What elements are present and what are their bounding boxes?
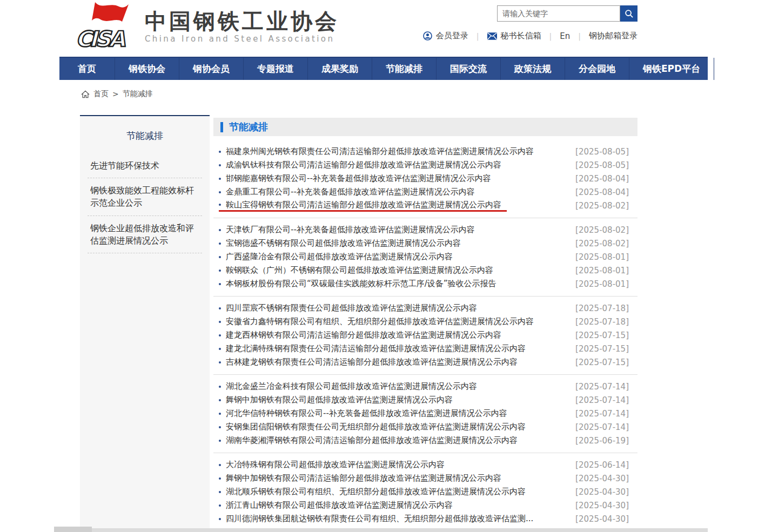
article-date: [2025-08-04] <box>575 174 629 184</box>
breadcrumb-home[interactable]: 首页 <box>93 89 109 99</box>
nav-item-0[interactable]: 首页 <box>59 58 115 80</box>
article-link-highlighted[interactable]: 鞍山宝得钢铁有限公司清洁运输部分超低排放改造评估监测进展情况公示内容 <box>219 200 507 212</box>
article-link[interactable]: 成渝钒钛科技有限公司清洁运输部分超低排放改造评估监测进展情况公示内容 <box>219 160 501 170</box>
header-links: 会员登录|秘书长信箱|En|钢协邮箱登录 <box>423 31 638 41</box>
article-row: 本钢板材股份有限公司“双碳最佳实践能效标杆示范工序/设备”验收公示报告 [202… <box>219 277 629 291</box>
article-row: 福建泉州闽光钢铁有限责任公司清洁运输部分超低排放改造评估监测进展情况公示内容 [… <box>219 145 629 158</box>
article-row: 湖北顺乐钢铁有限公司有组织、无组织部分超低排放改造评估监测进展情况公示内容 [2… <box>219 485 629 499</box>
bullet-icon <box>219 229 221 231</box>
article-date: [2025-08-01] <box>575 266 629 275</box>
article-group-2: 四川罡宸不锈钢有限责任公司超低排放改造评估监测进展情况公示内容 [2025-07… <box>213 296 638 374</box>
nav-item-4[interactable]: 成果奖励 <box>308 58 372 80</box>
article-date: [2025-04-30] <box>575 474 629 483</box>
article-title: 广西盛隆冶金有限公司超低排放改造评估监测进展情况公示内容 <box>226 252 453 262</box>
article-link[interactable]: 湖南华菱湘潭钢铁有限公司清洁运输部分超低排放改造评估监测进展情况公示内容 <box>219 435 518 446</box>
article-row: 建龙北满特殊钢有限责任公司清洁运输部分超低排放改造评估监测进展情况公示内容 [2… <box>219 342 629 355</box>
header-link-0[interactable]: 会员登录 <box>423 31 468 41</box>
article-link[interactable]: 舞钢中加钢铁有限公司超低排放改造评估监测进展情况公示内容 <box>219 395 453 405</box>
article-link[interactable]: 广西盛隆冶金有限公司超低排放改造评估监测进展情况公示内容 <box>219 252 453 262</box>
article-link[interactable]: 邯钢能嘉钢铁有限公司--补充装备超低排放改造评估监测进展情况公示内容 <box>219 173 491 184</box>
search-bar <box>497 5 638 22</box>
article-title: 舞钢中加钢铁有限公司清洁运输部分超低排放改造评估监测进展情况公示内容 <box>226 473 501 483</box>
article-link[interactable]: 四川德润钢铁集团航达钢铁有限责任公司有组织、无组织部分超低排放改造评估监测... <box>219 514 533 524</box>
bullet-icon <box>219 426 221 428</box>
article-date: [2025-07-14] <box>575 422 629 432</box>
article-row: 安徽省力鑫特钢有限公司有组织、无组织部分超低排放改造评估监测进展情况公示内容 [… <box>219 315 629 328</box>
article-link[interactable]: 本钢板材股份有限公司“双碳最佳实践能效标杆示范工序/设备”验收公示报告 <box>219 279 496 289</box>
header-link-3[interactable]: 钢协邮箱登录 <box>589 31 638 41</box>
article-row: 舞钢中加钢铁有限公司清洁运输部分超低排放改造评估监测进展情况公示内容 [2025… <box>219 472 629 485</box>
article-link[interactable]: 吉林建龙钢铁有限责任公司清洁运输部分超低排放改造评估监测进展情况公示内容 <box>219 357 518 367</box>
article-date: [2025-06-14] <box>575 460 629 470</box>
article-date: [2025-08-05] <box>575 147 629 157</box>
search-button[interactable] <box>620 5 638 22</box>
bullet-icon <box>219 307 221 309</box>
article-date: [2025-07-14] <box>575 382 629 392</box>
article-link[interactable]: 建龙西林钢铁有限公司清洁运输部分超低排放改造评估监测进展情况公示内容 <box>219 330 501 340</box>
nav-item-9[interactable]: 钢铁EPD平台 <box>629 58 714 80</box>
article-link[interactable]: 天津铁厂有限公司--补充装备超低排放改造评估监测进展情况公示内容 <box>219 225 475 235</box>
bullet-icon <box>219 270 221 272</box>
article-title: 建龙北满特殊钢有限责任公司清洁运输部分超低排放改造评估监测进展情况公示内容 <box>226 344 526 354</box>
header-link-2[interactable]: En <box>560 31 570 41</box>
article-date: [2025-07-15] <box>575 331 629 340</box>
sidebar-item-2[interactable]: 钢铁企业超低排放改造和评估监测进展情况公示 <box>88 216 202 253</box>
home-icon <box>81 90 90 98</box>
nav-item-7[interactable]: 政策法规 <box>501 58 565 80</box>
header-link-label: 秘书长信箱 <box>501 31 541 41</box>
article-row: 大冶特殊钢有限公司超低排放改造评估监测进展情况公示内容 [2025-06-14] <box>219 458 629 472</box>
sidebar-item-1[interactable]: 钢铁极致能效工程能效标杆示范企业公示 <box>88 178 202 216</box>
sidebar: 节能减排 先进节能环保技术钢铁极致能效工程能效标杆示范企业公示钢铁企业超低排放改… <box>80 115 210 532</box>
nav-item-10[interactable]: 低碳平台 <box>714 58 765 80</box>
article-link[interactable]: 宝钢德盛不锈钢有限公司超低排放改造评估监测进展情况公示内容 <box>219 238 461 248</box>
article-link[interactable]: 湖北金盛兰冶金科技有限公司超低排放改造评估监测进展情况公示内容 <box>219 381 477 392</box>
site-title-block: 中国钢铁工业协会 China Iron and Steel Associatio… <box>145 9 339 44</box>
article-list: 福建泉州闽光钢铁有限责任公司清洁运输部分超低排放改造评估监测进展情况公示内容 [… <box>213 136 638 531</box>
article-date: [2025-08-02] <box>575 239 629 248</box>
header-link-label: 钢协邮箱登录 <box>589 31 638 41</box>
article-title: 大冶特殊钢有限公司超低排放改造评估监测进展情况公示内容 <box>226 460 445 470</box>
header-link-1[interactable]: 秘书长信箱 <box>487 31 541 41</box>
article-title: 福建泉州闽光钢铁有限责任公司清洁运输部分超低排放改造评估监测进展情况公示内容 <box>226 146 534 157</box>
section-header: 节能减排 <box>213 118 638 136</box>
site-logo[interactable]: CISA 中国钢铁工业协会 China Iron and Steel Assoc… <box>75 1 339 51</box>
article-row: 湖南华菱湘潭钢铁有限公司清洁运输部分超低排放改造评估监测进展情况公示内容 [20… <box>219 434 629 447</box>
sidebar-item-0[interactable]: 先进节能环保技术 <box>88 153 202 178</box>
nav-item-3[interactable]: 专题报道 <box>244 58 308 80</box>
search-icon <box>625 9 634 18</box>
nav-item-6[interactable]: 国际交流 <box>437 58 501 80</box>
section-title: 节能减排 <box>229 120 268 133</box>
article-row: 成渝钒钛科技有限公司清洁运输部分超低排放改造评估监测进展情况公示内容 [2025… <box>219 158 629 172</box>
nav-item-5[interactable]: 节能减排 <box>372 58 437 80</box>
section-accent-bar <box>220 122 223 132</box>
article-link[interactable]: 安徽省力鑫特钢有限公司有组织、无组织部分超低排放改造评估监测进展情况公示内容 <box>219 316 534 327</box>
bullet-icon <box>219 464 221 466</box>
bullet-icon <box>219 348 221 350</box>
article-link[interactable]: 湖北顺乐钢铁有限公司有组织、无组织部分超低排放改造评估监测进展情况公示内容 <box>219 487 526 497</box>
search-input[interactable] <box>497 5 620 22</box>
bullet-icon <box>219 334 221 336</box>
footer-strip <box>92 528 708 532</box>
article-link[interactable]: 福建泉州闽光钢铁有限责任公司清洁运输部分超低排放改造评估监测进展情况公示内容 <box>219 146 534 157</box>
bullet-icon <box>219 413 221 415</box>
article-link[interactable]: 舞钢中加钢铁有限公司清洁运输部分超低排放改造评估监测进展情况公示内容 <box>219 473 501 483</box>
breadcrumb-separator: > <box>112 90 119 98</box>
article-link[interactable]: 金鼎重工有限公司--补充装备超低排放改造评估监测进展情况公示内容 <box>219 187 475 197</box>
article-title: 浙江青山钢铁有限公司超低排放改造评估监测进展情况公示内容 <box>226 500 453 510</box>
nav-item-8[interactable]: 分会园地 <box>565 58 629 80</box>
nav-item-2[interactable]: 钢协会员 <box>179 58 244 80</box>
article-link[interactable]: 鞍钢联众（广州）不锈钢有限公司超低排放改造评估监测进展情况公示内容 <box>219 265 493 275</box>
article-link[interactable]: 安钢集团信阳钢铁有限责任公司无组织部分超低排放改造评估监测进展情况公示内容 <box>219 422 526 432</box>
article-link[interactable]: 浙江青山钢铁有限公司超低排放改造评估监测进展情况公示内容 <box>219 500 453 510</box>
article-row: 宝钢德盛不锈钢有限公司超低排放改造评估监测进展情况公示内容 [2025-08-0… <box>219 237 629 250</box>
article-link[interactable]: 四川罡宸不锈钢有限责任公司超低排放改造评估监测进展情况公示内容 <box>219 303 477 313</box>
bullet-icon <box>219 151 221 153</box>
article-title: 四川罡宸不锈钢有限责任公司超低排放改造评估监测进展情况公示内容 <box>226 303 477 313</box>
bullet-icon <box>219 399 221 401</box>
article-title: 鞍山宝得钢铁有限公司清洁运输部分超低排放改造评估监测进展情况公示内容 <box>226 200 501 210</box>
article-link[interactable]: 建龙北满特殊钢有限责任公司清洁运输部分超低排放改造评估监测进展情况公示内容 <box>219 344 526 354</box>
article-link[interactable]: 河北华信特种钢铁有限公司--补充装备超低排放改造评估监测进展情况公示内容 <box>219 408 507 419</box>
article-date: [2025-08-01] <box>575 252 629 262</box>
nav-item-1[interactable]: 钢铁协会 <box>115 58 179 80</box>
article-link[interactable]: 大冶特殊钢有限公司超低排放改造评估监测进展情况公示内容 <box>219 460 445 470</box>
